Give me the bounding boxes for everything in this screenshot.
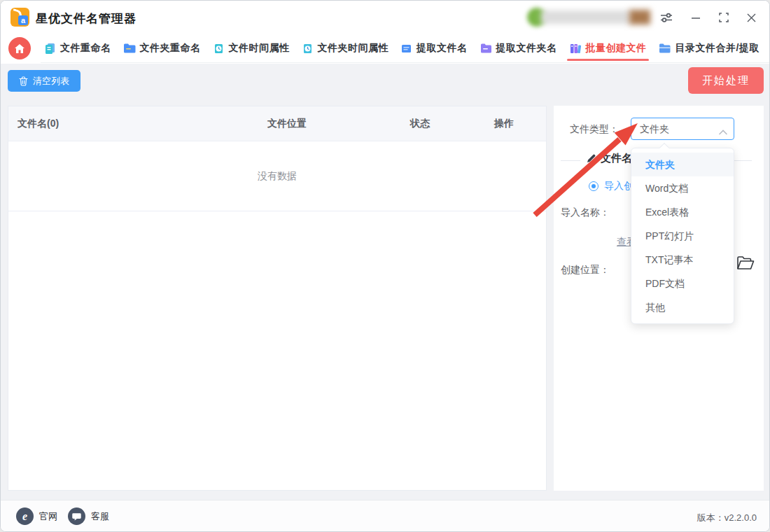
website-icon: e — [16, 507, 34, 525]
clear-list-label: 清空列表 — [33, 75, 69, 88]
home-button[interactable] — [8, 37, 31, 59]
option-pdf[interactable]: PDF文档 — [631, 272, 734, 295]
option-word[interactable]: Word文档 — [631, 176, 734, 200]
option-excel[interactable]: Excel表格 — [631, 200, 734, 224]
extract-filename-icon — [400, 43, 412, 55]
table-empty-row: 没有数据 — [8, 141, 546, 211]
option-txt[interactable]: TXT记事本 — [631, 248, 734, 272]
table-header-row: 文件名(0) 文件位置 状态 操作 — [8, 106, 546, 141]
home-icon — [14, 43, 25, 54]
user-badge-redacted — [629, 10, 650, 24]
tab-label: 提取文件夹名 — [496, 42, 557, 55]
tab-label: 提取文件名 — [416, 42, 468, 55]
tab-file-time[interactable]: 文件时间属性 — [213, 42, 290, 55]
tab-label: 文件重命名 — [60, 42, 111, 55]
option-ppt[interactable]: PPT幻灯片 — [631, 224, 734, 248]
browse-folder-button[interactable] — [736, 255, 756, 275]
folder-time-icon — [302, 43, 314, 55]
file-table-panel: 文件名(0) 文件位置 状态 操作 没有数据 — [8, 106, 547, 491]
import-create-radio[interactable]: 导入创 — [589, 180, 634, 192]
clear-list-button[interactable]: 清空列表 — [8, 70, 80, 92]
tab-label: 文件时间属性 — [229, 42, 290, 55]
tab-label: 批量创建文件 — [586, 42, 647, 55]
maximize-button[interactable] — [715, 9, 733, 26]
user-name-redacted — [541, 10, 631, 24]
col-status: 状态 — [378, 118, 462, 130]
folder-rename-icon — [123, 43, 136, 54]
extract-foldername-icon — [479, 43, 492, 54]
file-type-select[interactable]: 文件夹 — [631, 118, 734, 140]
file-type-dropdown: 文件夹 Word文档 Excel表格 PPT幻灯片 TXT记事本 PDF文档 其… — [631, 148, 734, 324]
version-label: 版本：v2.2.0.0 — [697, 512, 757, 524]
app-window: a 星优文件名管理器 — [0, 0, 770, 532]
col-filename: 文件名(0) — [8, 118, 196, 130]
tab-merge-extract[interactable]: 目录文件合并/提取 — [659, 42, 760, 55]
tab-folder-rename[interactable]: 文件夹重命名 — [123, 42, 201, 55]
tab-file-rename[interactable]: 文件重命名 — [44, 42, 111, 55]
chevron-up-icon — [719, 125, 727, 138]
workspace: 清空列表 开始处理 文件名(0) 文件位置 状态 操作 没有数据 文件类型： 文… — [1, 64, 769, 500]
file-type-label: 文件类型： — [570, 123, 619, 136]
import-name-label: 导入名称： — [561, 206, 610, 219]
support-label: 客服 — [91, 510, 109, 523]
file-rename-icon — [44, 43, 56, 55]
tab-label: 目录文件合并/提取 — [676, 42, 760, 55]
open-folder-icon — [736, 255, 755, 271]
tab-label: 文件夹时间属性 — [318, 42, 389, 55]
create-location-label: 创建位置： — [561, 264, 610, 276]
trash-icon — [19, 76, 28, 86]
tab-label: 文件夹重命名 — [140, 42, 201, 55]
app-logo-icon: a — [10, 8, 29, 27]
file-time-icon — [213, 43, 225, 55]
batch-create-icon — [569, 43, 582, 55]
customer-service-link[interactable]: 客服 — [68, 507, 109, 525]
option-folder[interactable]: 文件夹 — [631, 153, 734, 176]
footer: e 官网 客服 版本：v2.2.0.0 — [1, 500, 769, 532]
section-heading: 文件名 — [580, 152, 638, 165]
col-actions: 操作 — [462, 118, 546, 130]
merge-extract-icon — [659, 43, 671, 54]
radio-selected-icon — [589, 181, 598, 191]
chat-bubble-icon — [68, 507, 85, 525]
col-filepath: 文件位置 — [196, 118, 378, 130]
empty-state-text: 没有数据 — [258, 170, 297, 183]
tab-extract-filename[interactable]: 提取文件名 — [400, 42, 468, 55]
tab-batch-create[interactable]: 批量创建文件 — [569, 42, 647, 55]
website-label: 官网 — [39, 510, 57, 523]
tabbar: 文件重命名 文件夹重命名 文件时间属性 文件夹时间属性 提取文件名 提取文件夹名 — [1, 34, 769, 64]
close-button[interactable] — [742, 9, 760, 26]
file-type-selected-value: 文件夹 — [640, 123, 669, 136]
minimize-button[interactable] — [687, 9, 705, 26]
titlebar: a 星优文件名管理器 — [1, 1, 769, 34]
official-website-link[interactable]: e 官网 — [16, 507, 57, 525]
radio-label: 导入创 — [604, 180, 634, 192]
option-other[interactable]: 其他 — [631, 295, 734, 319]
section-title: 文件名 — [601, 152, 632, 165]
tab-folder-time[interactable]: 文件夹时间属性 — [302, 42, 389, 55]
settings-sliders-icon[interactable] — [657, 9, 676, 26]
edit-icon — [586, 153, 596, 164]
app-title: 星优文件名管理器 — [36, 10, 136, 27]
start-processing-button[interactable]: 开始处理 — [688, 67, 764, 94]
tab-extract-foldername[interactable]: 提取文件夹名 — [479, 42, 557, 55]
tabbar-divider — [41, 62, 769, 63]
